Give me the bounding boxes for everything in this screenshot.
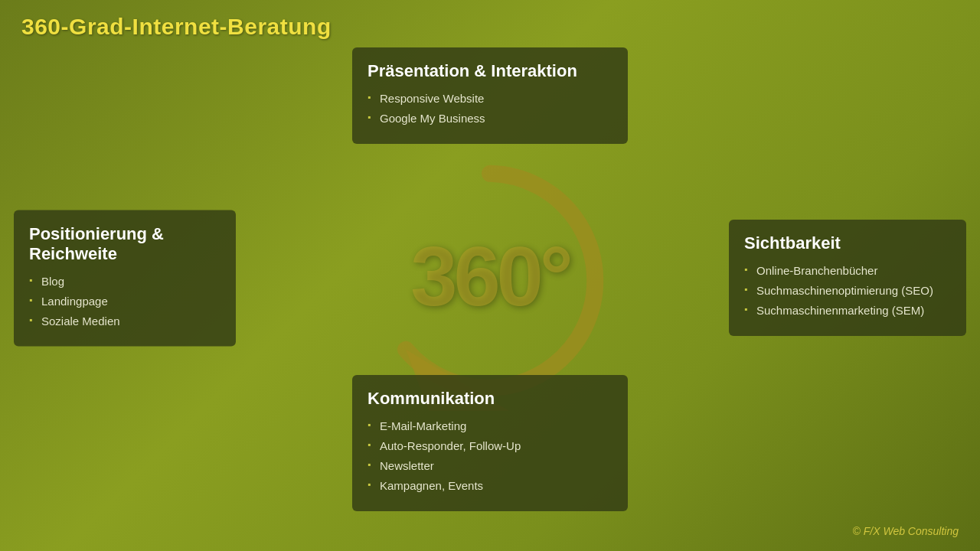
list-item: Auto-Responder, Follow-Up (368, 438, 612, 454)
card-praesentation-title: Präsentation & Interaktion (368, 61, 612, 81)
card-sichtbarkeit-title: Sichtbarkeit (744, 233, 951, 253)
card-sichtbarkeit-list: Online-Branchenbücher Suchmaschinenoptim… (744, 262, 951, 318)
copyright-text: © F/X Web Consulting (853, 525, 959, 537)
card-kommunikation-list: E-Mail-Marketing Auto-Responder, Follow-… (368, 418, 612, 494)
list-item: Newsletter (368, 458, 612, 474)
card-positionierung: Positionierung & Reichweite Blog Landing… (14, 210, 236, 347)
list-item: Soziale Medien (29, 313, 220, 329)
card-praesentation-list: Responsive Website Google My Business (368, 90, 612, 126)
page-title: 360-Grad-Internet-Beratung (21, 14, 332, 40)
list-item: Google My Business (368, 110, 612, 126)
list-item: Suchmaschinenmarketing (SEM) (744, 302, 951, 318)
card-positionierung-list: Blog Landingpage Soziale Medien (29, 273, 220, 329)
list-item: E-Mail-Marketing (368, 418, 612, 434)
list-item: Kampagnen, Events (368, 478, 612, 494)
circular-arrow-graphic (360, 151, 620, 411)
card-praesentation: Präsentation & Interaktion Responsive We… (352, 47, 628, 144)
card-sichtbarkeit: Sichtbarkeit Online-Branchenbücher Suchm… (729, 220, 966, 336)
card-positionierung-title: Positionierung & Reichweite (29, 224, 220, 264)
list-item: Suchmaschinenoptimierung (SEO) (744, 282, 951, 298)
card-kommunikation-title: Kommunikation (368, 389, 612, 409)
card-kommunikation: Kommunikation E-Mail-Marketing Auto-Resp… (352, 375, 628, 511)
list-item: Blog (29, 273, 220, 289)
list-item: Online-Branchenbücher (744, 262, 951, 279)
list-item: Responsive Website (368, 90, 612, 106)
list-item: Landingpage (29, 293, 220, 309)
